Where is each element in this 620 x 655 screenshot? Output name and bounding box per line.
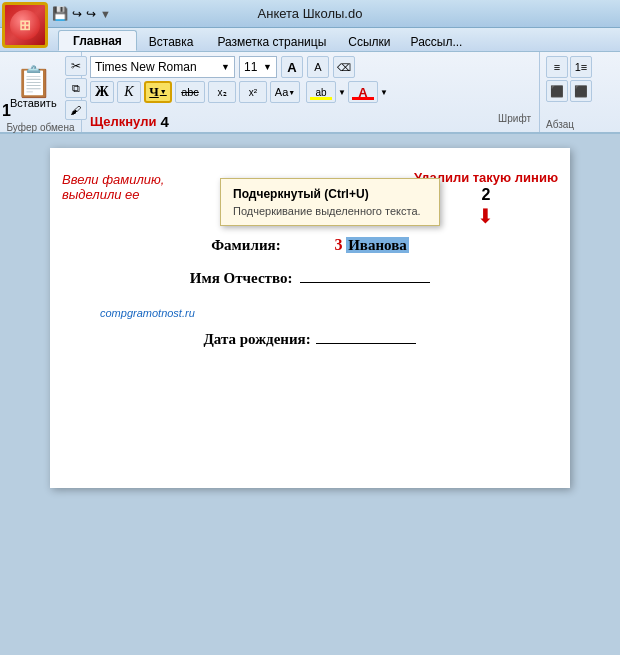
office-button[interactable]: ⊞ — [2, 2, 48, 48]
tab-mailings[interactable]: Рассыл... — [401, 32, 473, 51]
step3-badge: 3 — [334, 236, 342, 253]
font-name-input[interactable]: Times New Roman ▼ — [90, 56, 235, 78]
field2-label: Имя Отчество: — [190, 270, 293, 286]
tab-home[interactable]: Главная — [58, 30, 137, 51]
save-icon[interactable]: 💾 — [52, 6, 68, 21]
field1-value[interactable]: Иванова — [346, 237, 409, 253]
bold-button[interactable]: Ж — [90, 81, 114, 103]
field1-label: Фамилия: — [211, 237, 280, 253]
font-color-button[interactable]: A — [348, 81, 378, 103]
tab-insert[interactable]: Вставка — [137, 32, 206, 51]
align-left-button[interactable]: ⬛ — [546, 80, 568, 102]
superscript-button[interactable]: x² — [239, 81, 267, 103]
paste-button[interactable]: 📋 Вставить — [6, 65, 61, 111]
tooltip-title: Подчеркнутый (Ctrl+U) — [233, 187, 427, 201]
numbering-button[interactable]: 1≡ — [570, 56, 592, 78]
clipboard-label: Буфер обмена — [6, 122, 75, 133]
clipboard-label2: Щелкнули — [90, 114, 156, 129]
step4-badge: 4 — [160, 113, 168, 130]
tab-page-layout[interactable]: Разметка страницы — [205, 32, 338, 51]
highlight-color-button[interactable]: ab — [306, 81, 336, 103]
step1-badge: 1 — [2, 102, 11, 120]
undo-icon[interactable]: ↩ — [72, 7, 82, 21]
tab-links[interactable]: Ссылки — [338, 32, 400, 51]
tooltip-description: Подчеркивание выделенного текста. — [233, 205, 427, 217]
change-case-button[interactable]: Aa ▼ — [270, 81, 300, 103]
field3-label: Дата рождения: — [204, 331, 311, 347]
redo-icon[interactable]: ↪ — [86, 7, 96, 21]
shrink-font-button[interactable]: A — [307, 56, 329, 78]
grow-font-button[interactable]: A — [281, 56, 303, 78]
italic-button[interactable]: К — [117, 81, 141, 103]
strikethrough-button[interactable]: abc — [175, 81, 205, 103]
step3-annotation: Ввели фамилию, выделили ее — [62, 172, 164, 202]
underline-button[interactable]: Ч ▼ — [144, 81, 172, 103]
underline-tooltip: Подчеркнутый (Ctrl+U) Подчеркивание выде… — [220, 178, 440, 226]
clear-formatting-button[interactable]: ⌫ — [333, 56, 355, 78]
font-section-label: Шрифт — [498, 113, 531, 130]
list-button[interactable]: ≡ — [546, 56, 568, 78]
subscript-button[interactable]: x₂ — [208, 81, 236, 103]
font-size-input[interactable]: 11 ▼ — [239, 56, 277, 78]
watermark: compgramotnost.ru — [100, 307, 195, 319]
window-title: Анкета Школы.do — [258, 6, 363, 21]
paste-label: Вставить — [10, 97, 57, 109]
align-center-button[interactable]: ⬛ — [570, 80, 592, 102]
